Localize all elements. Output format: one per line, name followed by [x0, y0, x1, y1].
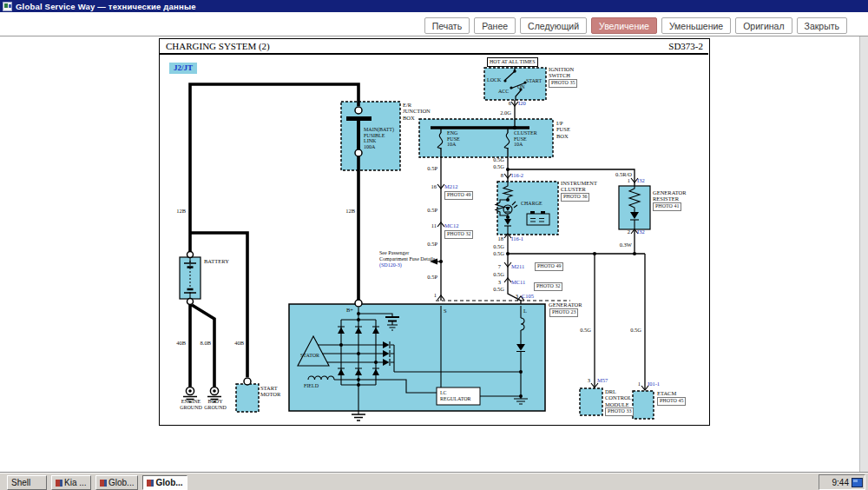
display-tray-icon[interactable]: [852, 478, 863, 487]
component-boxes: [180, 68, 654, 419]
gsw-app-icon: [147, 480, 154, 487]
etacm-box: [633, 391, 654, 419]
screen: Global Service Way — технические данные …: [0, 0, 868, 490]
taskbar-buttons: ShellKia ...Glob...Glob...: [7, 475, 187, 490]
drl-control-module-box: [580, 388, 602, 415]
taskbar-clock: 9:44: [832, 478, 849, 487]
body-ground-symbol: [207, 387, 221, 401]
taskbar-glob1-button-label: Glob...: [108, 478, 134, 487]
start-motor-box: [236, 384, 259, 412]
kia-app-icon: [56, 480, 62, 487]
taskbar-shell-button-label: Shell: [11, 478, 30, 487]
taskbar-glob2-button[interactable]: Glob...: [142, 475, 187, 490]
gsw-app-icon: [100, 480, 107, 487]
generator-box: [289, 304, 545, 411]
system-tray: 9:44: [819, 474, 865, 490]
taskbar-glob1-button[interactable]: Glob...: [95, 475, 138, 490]
taskbar: ShellKia ...Glob...Glob... 9:44: [0, 472, 868, 490]
taskbar-shell-button[interactable]: Shell: [7, 475, 47, 490]
wiring-diagram-svg: [0, 0, 868, 490]
ic-regulator-box: [437, 387, 480, 405]
ip-fuse-box: [419, 119, 553, 157]
taskbar-kia-button-label: Kia ...: [64, 478, 87, 487]
er-junction-box: [341, 102, 400, 170]
taskbar-glob2-button-label: Glob...: [155, 478, 182, 487]
engine-ground-symbol: [183, 387, 197, 401]
taskbar-kia-button[interactable]: Kia ...: [51, 475, 91, 490]
